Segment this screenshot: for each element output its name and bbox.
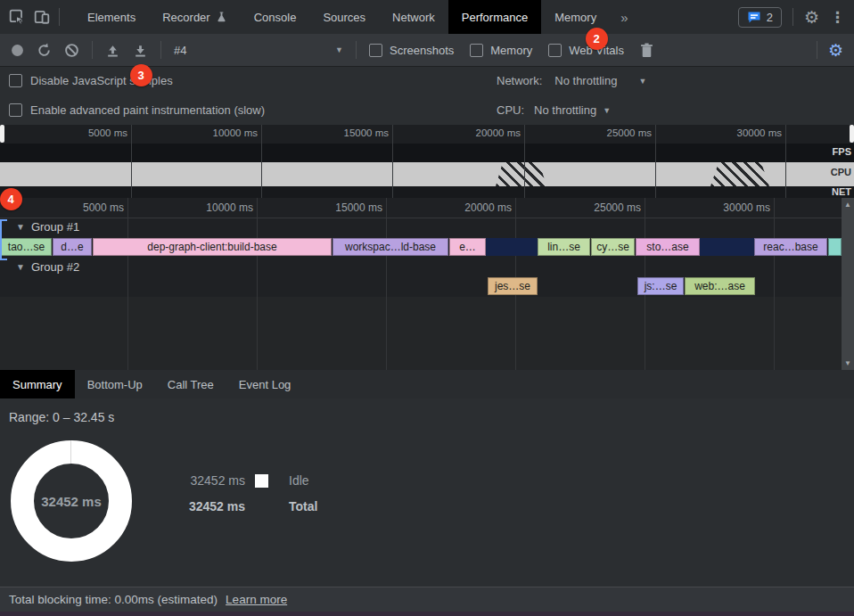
toggle-device-toolbar-icon[interactable] bbox=[34, 9, 50, 25]
legend-label: Idle bbox=[289, 473, 309, 488]
scroll-down-icon[interactable]: ▼ bbox=[844, 357, 851, 370]
flame-bar-d-e[interactable]: d…e bbox=[53, 238, 92, 256]
customize-menu-icon[interactable]: ⋮ bbox=[830, 10, 845, 25]
flame-bar-e[interactable]: e… bbox=[449, 238, 486, 256]
details-tab-bottom-up[interactable]: Bottom-Up bbox=[75, 370, 155, 398]
chevron-down-icon[interactable]: ▼ bbox=[638, 77, 646, 86]
checkbox-label: Memory bbox=[490, 44, 532, 57]
flame-vertical-scrollbar[interactable]: ▲ ▼ bbox=[842, 198, 854, 370]
screenshots-checkbox[interactable] bbox=[369, 44, 382, 57]
toolbar-check-memory[interactable]: Memory bbox=[470, 44, 532, 57]
toolbar-checkboxes: ScreenshotsMemoryWeb Vitals bbox=[369, 44, 624, 57]
checkbox-label: Screenshots bbox=[390, 44, 454, 57]
cpu-throttling-value[interactable]: No throttling bbox=[534, 103, 596, 117]
tabbar-right-cluster: 2 ⚙ ⋮ bbox=[738, 0, 854, 34]
inspect-element-icon[interactable] bbox=[9, 9, 25, 25]
tab-performance[interactable]: Performance bbox=[448, 0, 541, 34]
paint-instrumentation-checkbox[interactable] bbox=[9, 103, 22, 117]
flame-bar-workspac-ld-base[interactable]: workspac…ld-base bbox=[333, 238, 448, 256]
ruler-tick-label: 5000 ms bbox=[58, 201, 124, 214]
save-profile-icon[interactable] bbox=[133, 43, 148, 58]
tab-label: Console bbox=[254, 11, 297, 24]
chevron-down-icon: ▼ bbox=[16, 262, 25, 272]
flame-bar-jes-se[interactable]: jes…se bbox=[488, 277, 538, 295]
network-throttling-row: Network: No throttling ▼ bbox=[497, 74, 646, 87]
range-label: Range: 0 – 32.45 s bbox=[9, 410, 114, 424]
tab-sources[interactable]: Sources bbox=[309, 0, 379, 34]
tab-elements[interactable]: Elements bbox=[74, 0, 149, 34]
overview-right-handle[interactable] bbox=[850, 125, 854, 143]
tab-recorder[interactable]: Recorder bbox=[149, 0, 240, 34]
group1-selection-bracket bbox=[0, 219, 7, 260]
devtools-tabbar: ElementsRecorderConsoleSourcesNetworkPer… bbox=[0, 0, 854, 35]
issues-messages-button[interactable]: 2 bbox=[738, 7, 782, 28]
scroll-up-icon[interactable]: ▲ bbox=[844, 198, 851, 211]
overview-net-lane bbox=[0, 186, 854, 198]
capture-settings: Disable JavaScript samples Enable advanc… bbox=[0, 67, 854, 125]
record-button[interactable] bbox=[11, 44, 24, 57]
flame-bar-sto-ase[interactable]: sto…ase bbox=[636, 238, 700, 256]
toolbar-divider bbox=[92, 41, 93, 59]
flask-experiment-icon bbox=[216, 11, 227, 23]
flame-bar-dep-graph-client-build-base[interactable]: dep-graph-client:build-base bbox=[93, 238, 332, 256]
details-tab-summary[interactable]: Summary bbox=[0, 370, 75, 398]
capture-settings-gear-icon[interactable]: ⚙ bbox=[828, 42, 843, 59]
load-profile-icon[interactable] bbox=[105, 43, 120, 58]
details-tabbar: SummaryBottom-UpCall TreeEvent Log bbox=[0, 370, 854, 399]
tutorial-badge-2[interactable]: 2 bbox=[586, 28, 608, 50]
more-tabs-button[interactable]: » bbox=[610, 0, 638, 34]
group2-header[interactable]: ▼ Group #2 bbox=[16, 260, 373, 274]
flame-bar-tao-se[interactable]: tao…se bbox=[1, 238, 52, 256]
learn-more-link[interactable]: Learn more bbox=[226, 593, 287, 606]
profile-select[interactable]: #4 ▼ bbox=[174, 44, 343, 57]
network-throttling-label: Network: bbox=[497, 74, 542, 87]
settings-gear-icon[interactable]: ⚙ bbox=[804, 9, 819, 26]
fps-lane-label: FPS bbox=[833, 146, 851, 157]
group1-header[interactable]: ▼ Group #1 bbox=[16, 220, 373, 234]
flame-bar-teal[interactable] bbox=[828, 238, 842, 256]
toolbar-check-screenshots[interactable]: Screenshots bbox=[369, 44, 454, 57]
web-vitals-checkbox[interactable] bbox=[548, 44, 562, 57]
network-throttling-value[interactable]: No throttling bbox=[554, 74, 617, 87]
ruler-tick-label: 25000 ms bbox=[586, 127, 652, 138]
tabbar-divider bbox=[792, 8, 793, 26]
flame-bar-cy-se[interactable]: cy…se bbox=[591, 238, 635, 256]
ruler-tick-label: 15000 ms bbox=[323, 127, 389, 138]
chevron-down-icon[interactable]: ▼ bbox=[603, 106, 611, 115]
ruler-tick-label: 30000 ms bbox=[716, 127, 782, 138]
flame-bar-lin-se[interactable]: lin…se bbox=[538, 238, 590, 256]
flame-bar-navy[interactable] bbox=[486, 238, 538, 256]
tutorial-badge-4[interactable]: 4 bbox=[0, 188, 22, 210]
flame-bar-web-ase[interactable]: web:…ase bbox=[685, 277, 755, 295]
delete-recording-icon[interactable] bbox=[640, 43, 653, 58]
paint-instrumentation-row: Enable advanced paint instrumentation (s… bbox=[9, 103, 265, 117]
reload-and-record-button[interactable] bbox=[37, 43, 52, 58]
tab-label: Network bbox=[392, 11, 435, 24]
overview-gridline bbox=[655, 125, 656, 198]
tabbar-left-icons bbox=[0, 0, 69, 34]
flame-bar-js-se[interactable]: js:…se bbox=[637, 277, 684, 295]
chevron-down-icon: ▼ bbox=[16, 222, 25, 232]
tab-network[interactable]: Network bbox=[379, 0, 448, 34]
memory-checkbox[interactable] bbox=[470, 44, 483, 57]
clear-button[interactable] bbox=[64, 43, 79, 58]
ruler-tick-label: 20000 ms bbox=[446, 201, 512, 214]
details-tab-call-tree[interactable]: Call Tree bbox=[155, 370, 226, 398]
tab-console[interactable]: Console bbox=[241, 0, 310, 34]
tutorial-badge-3[interactable]: 3 bbox=[130, 64, 152, 86]
flame-bar-navy[interactable] bbox=[700, 238, 754, 256]
timeline-overview[interactable]: 5000 ms10000 ms15000 ms20000 ms25000 ms3… bbox=[0, 125, 854, 198]
paint-instrumentation-label: Enable advanced paint instrumentation (s… bbox=[30, 103, 265, 117]
window-edge-strip bbox=[0, 612, 854, 616]
flame-bar-reac-base[interactable]: reac…base bbox=[754, 238, 827, 256]
summary-legend: 32452 msIdle32452 msTotal bbox=[160, 473, 317, 513]
cpu-busy-hatch bbox=[710, 162, 769, 186]
details-tab-event-log[interactable]: Event Log bbox=[226, 370, 304, 398]
flame-chart[interactable]: 5000 ms10000 ms15000 ms20000 ms25000 ms3… bbox=[0, 198, 854, 370]
toolbar-check-web-vitals[interactable]: Web Vitals bbox=[548, 44, 624, 57]
donut-total-value: 32452 ms bbox=[11, 440, 132, 562]
overview-left-handle[interactable] bbox=[0, 125, 4, 143]
disable-js-samples-checkbox[interactable] bbox=[9, 74, 22, 87]
tab-label: Performance bbox=[462, 11, 528, 24]
total-blocking-time-bar: Total blocking time: 0.00ms (estimated) … bbox=[0, 587, 854, 612]
